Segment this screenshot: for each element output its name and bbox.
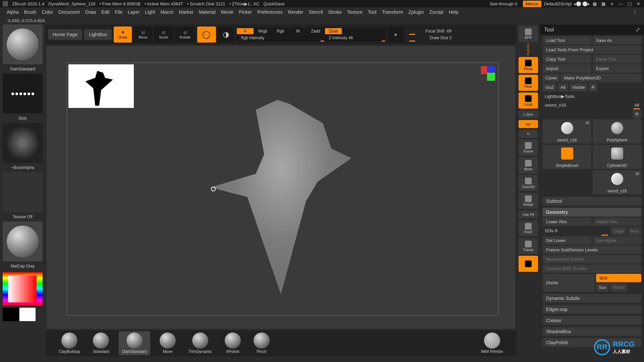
rotate-view-button[interactable]: Rotate <box>519 193 538 209</box>
geometry-section[interactable]: Geometry <box>543 208 641 217</box>
menu-stroke[interactable]: Stroke <box>328 9 341 15</box>
claypolish-section[interactable]: ClayPolish <box>543 338 641 347</box>
shelf-move[interactable]: Move <box>156 331 179 355</box>
menu-color[interactable]: Color <box>42 9 53 15</box>
swatch-black[interactable] <box>3 308 19 321</box>
export-button[interactable]: Export <box>593 64 641 73</box>
menu-texture[interactable]: Texture <box>347 9 363 15</box>
shelf-imm-primitive[interactable]: IMM Primitiv <box>478 331 506 355</box>
polyf-button[interactable]: PolyF <box>519 220 538 236</box>
menus-toggle[interactable]: Menus <box>523 1 541 7</box>
menu-material[interactable]: Material <box>199 9 216 15</box>
rotate-axis-button[interactable]: ↻ <box>519 130 538 138</box>
reconstruct-button[interactable]: Reconstruct Subdiv <box>543 255 641 263</box>
shelf-damstandard[interactable]: DamStandard <box>119 331 150 355</box>
xyz-button[interactable]: xyz <box>519 120 538 128</box>
goz-all-button[interactable]: All <box>558 83 568 92</box>
load-tool-button[interactable]: Load Tool <box>543 36 591 45</box>
clone-button[interactable]: Clone <box>543 74 559 82</box>
gizmo-button[interactable]: ◯ <box>197 26 216 43</box>
goz-button[interactable]: GoZ <box>543 83 556 92</box>
sculptris-button[interactable]: ◑ <box>218 26 234 43</box>
quicksave-button[interactable]: QuickSave <box>263 1 284 6</box>
reuv-button[interactable]: ReUV <box>610 283 627 292</box>
lightbox-button[interactable]: LightBox <box>84 29 112 40</box>
m-button[interactable]: M <box>289 28 306 34</box>
maximize-icon[interactable]: ▢ <box>627 1 633 7</box>
menu-brush[interactable]: Brush <box>24 9 37 15</box>
import-button[interactable]: Import <box>543 64 591 73</box>
menu-stencil[interactable]: Stencil <box>309 9 323 15</box>
suv-button[interactable]: Suv <box>596 283 609 292</box>
bpr-button[interactable]: BPR <box>519 26 538 42</box>
copy-tool-button[interactable]: Copy Tool <box>543 55 591 63</box>
menu-edit[interactable]: Edit <box>101 9 109 15</box>
scale-mode-button[interactable]: ◱Scale <box>154 26 173 43</box>
viewport[interactable] <box>47 46 515 329</box>
thumb-simplebrush[interactable]: SimpleBrush <box>543 145 591 169</box>
transp-button[interactable]: Transp <box>519 238 538 254</box>
floor-button[interactable]: Floor <box>519 75 538 91</box>
menu-light[interactable]: Light <box>145 9 155 15</box>
move-mode-button[interactable]: ◱Move <box>134 26 152 43</box>
subtool-section[interactable]: Subtool <box>543 197 641 205</box>
menu-preferences[interactable]: Preferences <box>257 9 282 15</box>
shelf-pinch[interactable]: Pinch <box>250 331 273 355</box>
persp-button[interactable]: Persp <box>519 57 538 73</box>
menu-file[interactable]: File <box>115 9 122 15</box>
zsub-button[interactable]: Zsub <box>325 28 342 34</box>
del-higher-button[interactable]: Del Higher <box>593 236 641 245</box>
default-zscript[interactable]: DefaultZScript <box>544 1 572 6</box>
shelf-hpolish[interactable]: hPolish <box>221 331 244 355</box>
close-icon[interactable]: ✕ <box>635 1 641 7</box>
see-through-slider[interactable]: See-through 0 <box>487 1 520 7</box>
layout-icon-2[interactable]: ▦ <box>600 1 606 7</box>
del-lower-button[interactable]: Del Lower <box>543 236 591 245</box>
smt-button[interactable]: Smt <box>596 274 641 282</box>
menu-transform[interactable]: Transform <box>382 9 403 15</box>
navigation-gizmo[interactable] <box>475 66 495 86</box>
home-page-button[interactable]: Home Page <box>48 29 82 40</box>
swatch-white[interactable] <box>19 308 36 321</box>
lower-res-button[interactable]: Lower Res <box>543 218 591 226</box>
zadd-button[interactable]: Zadd <box>307 28 324 34</box>
lightbox-path[interactable]: Lightbox▶Tools <box>543 93 641 100</box>
save-as-button[interactable]: Save As <box>593 36 641 45</box>
menu-layer[interactable]: Layer <box>128 9 140 15</box>
tool-r-button[interactable]: R <box>633 110 641 118</box>
sound-icon-2[interactable]: ⚪▸ <box>583 1 589 7</box>
rotate-mode-button[interactable]: ◱Rotate <box>175 26 195 43</box>
menu-picker[interactable]: Picker <box>239 9 252 15</box>
shelf-trimdynamic[interactable]: TrimDynamic <box>185 331 215 355</box>
draw-size-slider[interactable]: Draw Size 3 <box>406 35 453 41</box>
menu-draw[interactable]: Draw <box>85 9 96 15</box>
menu-zscript[interactable]: Zscript <box>429 9 443 15</box>
thumb-sword[interactable]: 16sword_v18 <box>543 119 591 143</box>
menu-marker[interactable]: Marker <box>179 9 194 15</box>
menu-help[interactable]: Help <box>449 9 459 15</box>
load-from-project-button[interactable]: Load Tools From Project <box>543 46 641 54</box>
material-selector[interactable] <box>3 222 43 261</box>
local-button[interactable]: Local <box>519 93 538 109</box>
move-view-button[interactable]: Move <box>519 157 538 173</box>
menu-tool[interactable]: Tool <box>368 9 377 15</box>
shadowbox-section[interactable]: ShadowBox <box>543 327 641 336</box>
crease-section[interactable]: Crease <box>543 316 641 325</box>
menu-macro[interactable]: Macro <box>160 9 173 15</box>
dynamic-subdiv-section[interactable]: Dynamic Subdiv <box>543 294 641 303</box>
menu-render[interactable]: Render <box>288 9 303 15</box>
zoom3d-button[interactable]: Zoom3D <box>519 175 538 191</box>
make-polymesh-button[interactable]: Make PolyMesh3D <box>561 74 641 82</box>
thumb-cylinder[interactable]: Cylinder3D <box>593 145 641 169</box>
menu-movie[interactable]: Movie <box>221 9 233 15</box>
convert-bpr-button[interactable]: Convert BPR To Geo <box>543 264 641 273</box>
paste-tool-button[interactable]: Paste Tool <box>593 55 641 63</box>
brush-selector[interactable] <box>3 24 43 64</box>
tool-panel-header[interactable]: Tool ⤢ <box>540 24 644 35</box>
alpha-selector[interactable] <box>3 123 43 163</box>
menu-zplugin[interactable]: Zplugin <box>409 9 424 15</box>
sound-icon[interactable]: ◂⚪ <box>574 1 580 7</box>
layout-icon[interactable]: ▦ <box>592 1 598 7</box>
shelf-standard[interactable]: Standard <box>90 331 113 355</box>
sdiv-slider[interactable]: SDiv 6 <box>543 227 609 235</box>
